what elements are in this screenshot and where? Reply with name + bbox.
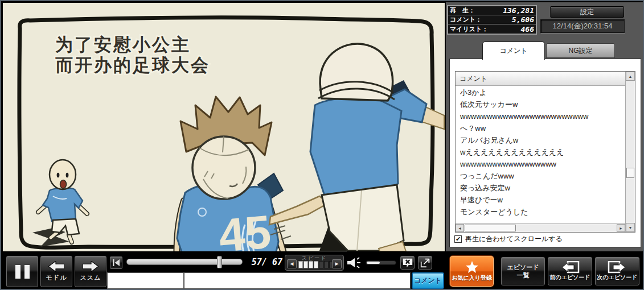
next-episode-label: 次のエピソード bbox=[597, 274, 637, 281]
comment-row[interactable]: 小3かよ bbox=[456, 86, 625, 98]
command-input[interactable] bbox=[107, 272, 184, 289]
horizontal-scrollbar[interactable]: ◄ ► bbox=[456, 223, 625, 232]
comment-row[interactable]: アルバお兄さんw bbox=[456, 134, 625, 146]
comment-row[interactable]: 早速ひでーw bbox=[456, 194, 625, 206]
previous-episode-label: 前のエピソード bbox=[549, 274, 590, 281]
time-display: 57/ 67 bbox=[245, 257, 282, 267]
player-window: 为了安慰小公主 而开办的足球大会 bbox=[0, 0, 644, 290]
datetime-display: 12/14(金)20:31:54 bbox=[540, 19, 625, 33]
settings-button[interactable]: 設定 bbox=[550, 6, 624, 18]
speed-control: スピード ◄ ► bbox=[285, 255, 344, 271]
stats-label: 再 生： bbox=[450, 6, 475, 15]
comment-row[interactable]: wえええええええええええええ bbox=[456, 146, 625, 158]
comment-list: 小3かよ 低次元サッカーw wwwwwwwwwwwwwwwwwwwwwwww へ… bbox=[456, 86, 625, 223]
skip-start-icon bbox=[112, 259, 120, 266]
subtitle-line-1: 为了安慰小公主 bbox=[55, 35, 191, 55]
episode-list-button[interactable]: エピソード 一覧 bbox=[501, 256, 545, 286]
step-forward-label: ススム bbox=[80, 274, 101, 282]
step-forward-button[interactable]: ススム bbox=[74, 255, 107, 288]
side-panel: 再 生： 136,281 コメント： 5,606 マイリスト： 466 設定 1… bbox=[446, 2, 644, 251]
skip-to-start-button[interactable] bbox=[109, 256, 123, 270]
toggle-comments-button[interactable] bbox=[400, 255, 415, 270]
star-icon bbox=[465, 260, 479, 274]
stats-row: マイリスト： 466 bbox=[448, 24, 536, 34]
vertical-scroll-thumb[interactable] bbox=[626, 168, 634, 178]
comment-row[interactable]: モンスターどうした bbox=[456, 206, 625, 218]
pause-icon bbox=[15, 265, 30, 279]
add-favorite-button[interactable]: お気に入り登録 bbox=[449, 255, 494, 287]
volume-slider[interactable] bbox=[366, 260, 396, 265]
resize-icon bbox=[420, 257, 431, 268]
speed-up-button[interactable]: ► bbox=[332, 259, 342, 268]
autoscroll-checkbox[interactable]: ✔ bbox=[454, 235, 462, 243]
step-back-label: モドル bbox=[46, 274, 67, 282]
comment-row[interactable]: つっこんだwww bbox=[456, 170, 625, 182]
subtitle-line-2: 而开办的足球大会 bbox=[55, 55, 210, 75]
stats-label: コメント： bbox=[450, 15, 482, 24]
comment-row[interactable]: 低次元サッカーw bbox=[456, 98, 625, 110]
seek-thumb[interactable] bbox=[217, 256, 222, 268]
autoscroll-label: 再生に合わせてスクロールする bbox=[465, 234, 563, 244]
comment-row[interactable]: へ？ww bbox=[456, 122, 625, 134]
comment-row[interactable]: wwwwwwwwwwwwwwwwwwwwwwww bbox=[456, 110, 625, 122]
seek-bar[interactable] bbox=[126, 259, 243, 265]
step-back-button[interactable]: モドル bbox=[40, 255, 73, 288]
tab-ng-settings[interactable]: NG設定 bbox=[546, 43, 615, 58]
stats-table: 再 生： 136,281 コメント： 5,606 マイリスト： 466 bbox=[447, 5, 537, 35]
stats-row: コメント： 5,606 bbox=[448, 15, 536, 24]
comment-panel: コメント 小3かよ 低次元サッカーw wwwwwwwwwwwwwwwwwwwww… bbox=[449, 59, 641, 247]
comment-list-box: コメント 小3かよ 低次元サッカーw wwwwwwwwwwwwwwwwwwwww… bbox=[455, 71, 635, 233]
comment-row[interactable]: wwwwwwwwwwwwwwwwww bbox=[456, 158, 625, 170]
stats-value: 136,281 bbox=[503, 6, 534, 15]
arrow-left-icon bbox=[48, 261, 64, 272]
arrow-right-icon bbox=[83, 261, 99, 272]
episode-list-line2: 一覧 bbox=[517, 271, 530, 279]
previous-episode-icon bbox=[560, 261, 580, 274]
comment-row[interactable]: 突っ込み安定w bbox=[456, 182, 625, 194]
autoscroll-option: ✔ 再生に合わせてスクロールする bbox=[454, 234, 563, 244]
episode-list-line1: エピソード bbox=[507, 263, 539, 271]
comment-text-input[interactable] bbox=[184, 272, 411, 289]
stats-label: マイリスト： bbox=[450, 25, 488, 34]
scroll-up-icon[interactable]: ▲ bbox=[626, 72, 635, 81]
scroll-left-icon[interactable]: ◄ bbox=[456, 224, 464, 232]
stats-row: 再 生： 136,281 bbox=[448, 6, 536, 15]
previous-episode-button[interactable]: 前のエピソード bbox=[547, 256, 593, 286]
video-screen[interactable]: 为了安慰小公主 而开办的足球大会 bbox=[3, 3, 445, 251]
stats-value: 466 bbox=[521, 25, 534, 34]
speaker-icon bbox=[347, 257, 363, 268]
jersey-number: 45 bbox=[217, 205, 273, 251]
scroll-down-icon[interactable]: ▼ bbox=[626, 223, 635, 232]
tab-comment[interactable]: コメント bbox=[482, 42, 545, 60]
next-episode-icon bbox=[608, 261, 627, 274]
volume-control bbox=[347, 256, 397, 270]
horizontal-scroll-thumb[interactable] bbox=[465, 225, 516, 231]
vertical-scrollbar[interactable]: ▲ ▼ bbox=[625, 72, 635, 232]
resize-player-button[interactable] bbox=[417, 255, 433, 270]
stats-value: 5,606 bbox=[512, 15, 534, 24]
pause-button[interactable] bbox=[6, 255, 39, 288]
comment-list-header: コメント bbox=[456, 72, 625, 86]
comment-off-icon bbox=[402, 258, 413, 268]
video-illustration: 为了安慰小公主 而开办的足球大会 bbox=[3, 3, 445, 251]
speed-down-button[interactable]: ◄ bbox=[287, 259, 297, 268]
post-comment-button[interactable]: コメント bbox=[412, 272, 444, 289]
scroll-right-icon[interactable]: ► bbox=[617, 224, 625, 232]
favorite-label: お気に入り登録 bbox=[452, 274, 492, 282]
next-episode-button[interactable]: 次のエピソード bbox=[594, 256, 640, 286]
